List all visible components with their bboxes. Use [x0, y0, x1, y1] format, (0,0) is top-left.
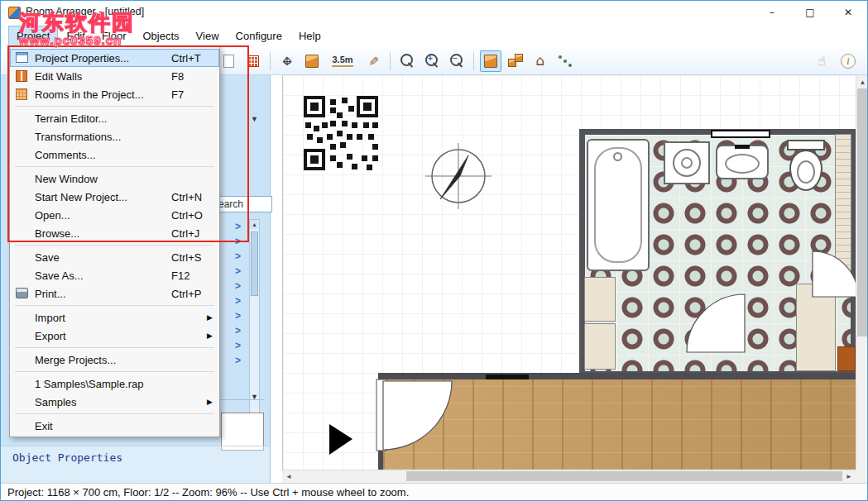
vertical-scroll-thumb[interactable] — [857, 88, 867, 336]
status-text: Project: 1168 × 700 cm, Floor: 1/2 -- Zo… — [7, 486, 409, 499]
tree-expander-icon[interactable]: > — [235, 249, 241, 264]
walkthrough-button[interactable] — [554, 50, 576, 72]
menu-item-import[interactable]: Import ▶ — [10, 308, 219, 327]
tree-expander-icon[interactable]: > — [235, 264, 241, 279]
measure-tool-button[interactable]: 3.5m — [326, 50, 359, 72]
menu-item-edit-walls[interactable]: Edit Walls F8 — [10, 67, 219, 85]
cube-icon — [305, 55, 319, 68]
tree-expander-icon[interactable]: > — [235, 219, 241, 234]
object-3d-button[interactable] — [301, 50, 323, 72]
project-dropdown-menu: Project Properties... Ctrl+T Edit Walls … — [9, 46, 220, 437]
measure-icon: 3.5m — [332, 55, 352, 67]
tree-expander-icon[interactable]: > — [235, 234, 241, 249]
menu-item-comments[interactable]: Comments... — [10, 146, 219, 164]
cabinet[interactable] — [584, 323, 616, 370]
cabinet[interactable] — [796, 284, 836, 371]
toolbar-right: ☝ i — [811, 50, 859, 72]
washbasin[interactable] — [716, 145, 769, 179]
menu-view[interactable]: View — [189, 26, 227, 45]
toilet-bowl — [789, 150, 822, 191]
tree-expander-icon[interactable]: > — [235, 353, 241, 368]
menu-item-browse[interactable]: Browse... Ctrl+J — [10, 224, 219, 242]
menu-item-start-new-project[interactable]: Start New Project... Ctrl+N — [10, 188, 219, 206]
crate-object[interactable] — [837, 346, 856, 371]
app-window: Room Arranger - [untitled] – □ ✕ Project… — [0, 0, 868, 501]
minimize-button[interactable]: – — [753, 1, 791, 24]
tree-expander-icon[interactable]: > — [235, 323, 241, 338]
sidebar-scrollbar[interactable]: ▲ ▼ — [249, 219, 260, 441]
bathtub[interactable] — [587, 139, 650, 271]
radiator-cabinet[interactable] — [835, 134, 851, 273]
wood-floor-room[interactable] — [378, 373, 856, 470]
menu-floor[interactable]: Floor — [94, 26, 134, 45]
tree-expander-icon[interactable]: > — [235, 293, 241, 308]
menu-item-save[interactable]: Save Ctrl+S — [10, 248, 219, 266]
close-button[interactable]: ✕ — [829, 1, 867, 24]
object-tree: > > > > > > > > > > — [235, 219, 241, 368]
zoom-out-button[interactable]: − — [446, 50, 468, 72]
furniture-list-button[interactable] — [505, 50, 526, 72]
menu-edit[interactable]: Edit — [59, 26, 92, 45]
menu-item-samples[interactable]: Samples ▶ — [10, 393, 219, 411]
menu-item-merge-projects[interactable]: Merge Projects... — [10, 351, 219, 369]
category-dropdown-icon[interactable]: ▼ — [251, 115, 258, 123]
show-walls-button[interactable]: ⌂ — [530, 50, 551, 72]
menu-item-open[interactable]: Open... Ctrl+O — [10, 206, 219, 224]
menu-item-rooms-in-project[interactable]: Rooms in the Project... F7 — [10, 85, 219, 103]
vertical-scrollbar[interactable]: ▲ ▼ — [856, 75, 868, 483]
toolbar-separator — [390, 52, 391, 70]
menu-separator — [15, 245, 214, 246]
tile-editor-button[interactable] — [242, 50, 264, 72]
tree-expander-icon[interactable]: > — [235, 338, 241, 353]
menu-item-terrain-editor[interactable]: Terrain Editor... — [10, 109, 219, 127]
toolbar-separator — [473, 52, 474, 70]
menu-project[interactable]: Project — [9, 26, 57, 45]
menu-item-save-as[interactable]: Save As... F12 — [10, 266, 219, 284]
menu-help[interactable]: Help — [291, 26, 328, 45]
zoom-in-button[interactable]: + — [421, 50, 443, 72]
document-icon — [223, 55, 234, 68]
wall-mirror[interactable] — [711, 130, 770, 138]
menu-item-new-window[interactable]: New Window — [10, 169, 219, 188]
cursor-triangle — [329, 424, 352, 455]
vanity-sink[interactable] — [664, 141, 710, 184]
status-bar: Project: 1168 × 700 cm, Floor: 1/2 -- Zo… — [1, 483, 867, 501]
scroll-thumb[interactable] — [251, 231, 258, 296]
submenu-arrow-icon: ▶ — [207, 332, 213, 340]
menu-item-transformations[interactable]: Transformations... — [10, 127, 219, 146]
design-tool-button[interactable]: ✎ — [362, 50, 384, 72]
menu-objects[interactable]: Objects — [136, 26, 187, 45]
faucet — [735, 145, 750, 149]
pointer-mode-button[interactable]: ☝ — [811, 50, 832, 72]
scroll-up-icon[interactable]: ▲ — [856, 75, 868, 88]
section-collapse-icon[interactable]: ▼ — [251, 393, 258, 401]
menu-item-print[interactable]: Print... Ctrl+P — [10, 284, 219, 303]
horizontal-scroll-thumb[interactable] — [406, 471, 842, 481]
move-tool-button[interactable]: ↔↕ — [276, 50, 298, 72]
tree-expander-icon[interactable]: > — [235, 279, 241, 293]
menu-item-exit[interactable]: Exit — [10, 417, 219, 435]
tree-expander-icon[interactable]: > — [235, 308, 241, 323]
horizontal-scrollbar[interactable]: ◄ ► — [282, 470, 856, 483]
bathroom-room[interactable] — [579, 129, 856, 377]
menu-item-project-properties[interactable]: Project Properties... Ctrl+T — [10, 49, 219, 67]
scroll-left-icon[interactable]: ◄ — [282, 470, 295, 483]
menu-item-recent-sample[interactable]: 1 Samples\Sample.rap — [10, 375, 219, 393]
pen-icon: ✎ — [366, 55, 381, 66]
submenu-arrow-icon: ▶ — [207, 398, 213, 406]
info-button[interactable]: i — [837, 50, 859, 72]
menu-separator — [15, 166, 214, 167]
cabinet[interactable] — [584, 277, 616, 322]
maximize-button[interactable]: □ — [791, 1, 829, 24]
floor-plan-canvas[interactable] — [282, 75, 856, 470]
search-input[interactable] — [214, 196, 272, 212]
menu-configure[interactable]: Configure — [228, 26, 290, 45]
view-3d-button[interactable] — [480, 50, 501, 72]
document-button[interactable] — [218, 50, 239, 72]
scroll-right-icon[interactable]: ► — [842, 470, 856, 483]
scroll-up-icon[interactable]: ▲ — [250, 220, 259, 229]
walkthrough-icon — [558, 55, 573, 68]
menu-item-export[interactable]: Export ▶ — [10, 327, 219, 345]
zoom-fit-button[interactable] — [396, 50, 418, 72]
toilet[interactable] — [786, 140, 826, 194]
